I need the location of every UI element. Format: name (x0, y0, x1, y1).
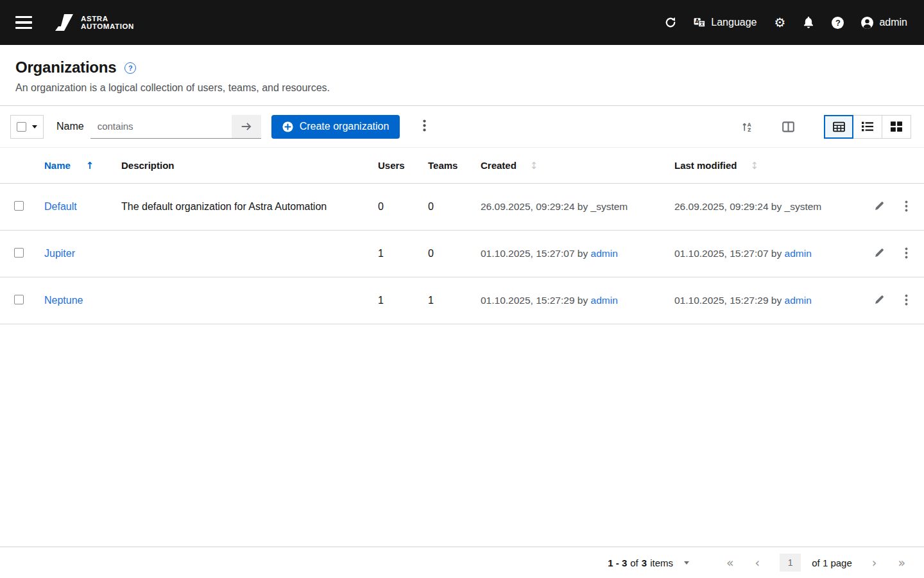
create-organization-button[interactable]: Create organization (271, 115, 400, 139)
sort-ascending-icon[interactable]: ↑ (86, 160, 94, 171)
filter-submit-button[interactable] (232, 115, 261, 139)
items-total: 3 (642, 557, 647, 568)
org-teams-count: 0 (428, 201, 481, 213)
edit-organization-button[interactable] (874, 294, 885, 307)
notifications-button[interactable] (803, 17, 814, 28)
pencil-icon (874, 294, 885, 305)
gear-icon: ⚙ (774, 16, 785, 29)
edit-organization-button[interactable] (874, 200, 885, 213)
bulk-select-toggle[interactable] (10, 115, 44, 139)
pagination-next-button[interactable]: › (871, 556, 878, 570)
menu-toggle-button[interactable] (15, 16, 32, 29)
bulk-select-checkbox[interactable] (17, 122, 26, 132)
svg-text:Z: Z (748, 127, 751, 132)
user-avatar-icon (861, 17, 873, 29)
sort-both-icon[interactable]: ↕ (530, 160, 538, 171)
settings-button[interactable]: ⚙ (774, 16, 785, 29)
created-cell: 01.10.2025, 15:27:07 by admin (481, 248, 674, 259)
masthead-actions: A Language ⚙ ? admin (665, 16, 907, 29)
page-header: Organizations ? An organization is a log… (0, 45, 924, 106)
column-header-users: Users (378, 160, 428, 171)
sort-options-button[interactable]: A Z (738, 118, 757, 136)
column-header-teams: Teams (428, 160, 481, 171)
edit-organization-button[interactable] (874, 247, 885, 260)
bell-icon (803, 17, 814, 28)
table-row-jupiter: Jupiter 1 0 01.10.2025, 15:27:07 by admi… (0, 231, 924, 277)
filter-input[interactable] (90, 115, 232, 139)
items-per-page-menu[interactable]: 1 - 3 of 3 items (608, 557, 689, 568)
kebab-icon (905, 294, 908, 306)
astra-logo-icon (55, 14, 75, 31)
created-by-user: _system (591, 201, 628, 212)
column-header-created[interactable]: Created ↕ (481, 160, 674, 171)
modified-cell: 01.10.2025, 15:27:07 by admin (674, 248, 860, 259)
pagination-first-button[interactable]: « (725, 556, 735, 570)
table-row-default: Default The default organization for Ast… (0, 184, 924, 231)
pagination-prev-button[interactable]: ‹ (754, 556, 762, 570)
row-checkbox[interactable] (14, 295, 24, 304)
pencil-icon (874, 247, 885, 258)
hamburger-icon (15, 16, 32, 18)
modified-by-user-link[interactable]: admin (785, 295, 812, 306)
org-name-link[interactable]: Default (44, 201, 77, 212)
view-cards-button[interactable] (882, 115, 911, 139)
created-by-user-link[interactable]: admin (591, 295, 618, 306)
help-button[interactable]: ? (832, 17, 844, 29)
pagination-nav: « ‹ of 1 page › » (725, 554, 907, 572)
org-teams-count: 1 (428, 295, 481, 306)
modified-by-user-link[interactable]: admin (785, 248, 812, 259)
row-kebab-button[interactable] (905, 200, 908, 214)
view-list-button[interactable] (853, 115, 882, 139)
organizations-table: Name ↑ Description Users Teams Created ↕… (0, 147, 924, 547)
language-button[interactable]: A Language (694, 17, 757, 28)
table-header-row: Name ↑ Description Users Teams Created ↕… (0, 147, 924, 184)
page-subtitle: An organization is a logical collection … (15, 82, 909, 94)
org-name-link[interactable]: Neptune (44, 295, 83, 306)
modified-cell: 01.10.2025, 15:27:29 by admin (674, 295, 860, 306)
table-row-neptune: Neptune 1 1 01.10.2025, 15:27:29 by admi… (0, 277, 924, 324)
pencil-icon (874, 200, 885, 211)
arrow-right-icon (241, 121, 252, 132)
row-kebab-button[interactable] (905, 294, 908, 308)
pagination-bar: 1 - 3 of 3 items « ‹ of 1 page › » (0, 547, 924, 578)
org-teams-count: 0 (428, 248, 481, 259)
username-label: admin (879, 17, 907, 28)
brand-logo: ASTRA AUTOMATION (55, 14, 134, 31)
modified-by-user: _system (785, 201, 822, 212)
columns-icon (782, 121, 794, 133)
items-range: 1 - 3 (608, 557, 627, 568)
brand-text: ASTRA AUTOMATION (81, 15, 134, 30)
created-cell: 26.09.2025, 09:29:24 by _system (481, 201, 674, 213)
column-header-modified[interactable]: Last modified ↕ (674, 160, 860, 171)
kebab-icon (905, 247, 908, 259)
list-view-icon (862, 121, 873, 132)
view-table-button[interactable] (824, 115, 853, 139)
kebab-icon (905, 200, 908, 212)
filter-input-group (90, 115, 261, 139)
org-name-link[interactable]: Jupiter (44, 248, 75, 259)
manage-columns-button[interactable] (778, 117, 798, 137)
page-number-input[interactable] (780, 554, 801, 572)
caret-down-icon (684, 561, 689, 565)
language-label: Language (711, 17, 757, 28)
pagination-last-button[interactable]: » (896, 556, 907, 570)
filter-attribute-label[interactable]: Name (56, 121, 84, 132)
created-cell: 01.10.2025, 15:27:29 by admin (481, 295, 674, 306)
row-kebab-button[interactable] (905, 247, 908, 261)
sort-both-icon[interactable]: ↕ (751, 160, 759, 171)
table-view-icon (833, 121, 845, 132)
svg-text:A: A (748, 121, 751, 127)
plus-circle-icon (282, 121, 293, 132)
toolbar-kebab-button[interactable] (418, 117, 431, 136)
sort-alpha-icon: A Z (742, 121, 753, 132)
org-users-count: 1 (378, 248, 428, 259)
refresh-button[interactable] (665, 17, 676, 28)
row-checkbox[interactable] (14, 248, 24, 258)
column-header-name[interactable]: Name ↑ (44, 160, 121, 171)
row-checkbox[interactable] (14, 201, 24, 211)
page-help-icon[interactable]: ? (124, 62, 136, 74)
toolbar-view-controls: A Z (738, 115, 911, 139)
org-users-count: 0 (378, 201, 428, 213)
created-by-user-link[interactable]: admin (591, 248, 618, 259)
user-menu-button[interactable]: admin (861, 17, 907, 29)
